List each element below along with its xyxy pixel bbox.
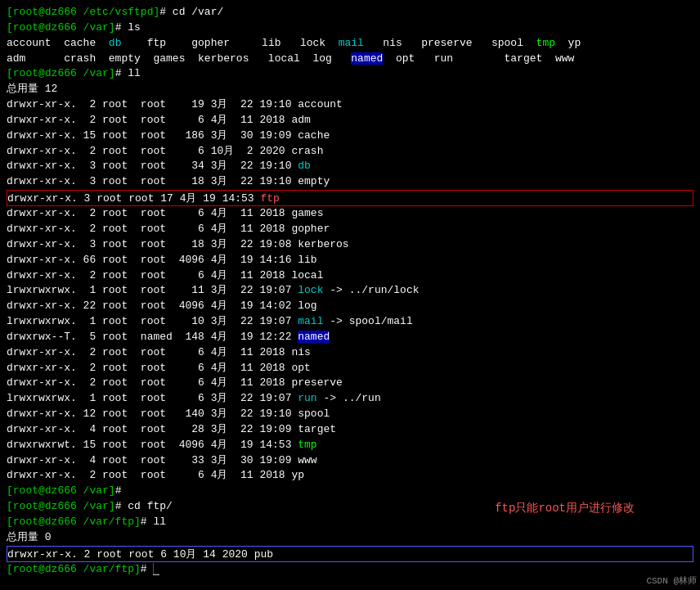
- line-10: drwxr-xr-x. 2 root root 6 10月 2 2020 cra…: [7, 144, 693, 160]
- pub-row: drwxr-xr-x. 2 root root 6 10月 14 2020 pu…: [7, 546, 693, 562]
- line-28: drwxr-xr-x. 4 root root 28 3月 22 19:09 t…: [7, 422, 693, 438]
- line-12: drwxr-xr-x. 3 root root 18 3月 22 19:10 e…: [7, 174, 693, 190]
- ftp-annotation: ftp只能root用户进行修改: [495, 501, 635, 516]
- line-27: drwxr-xr-x. 12 root root 140 3月 22 19:10…: [7, 407, 693, 422]
- watermark: CSDN @林师: [646, 574, 697, 587]
- line-21: lrwxrwxrwx. 1 root root 10 3月 22 19:07 m…: [7, 314, 693, 330]
- line-15: drwxr-xr-x. 2 root root 6 4月 11 2018 gop…: [7, 222, 693, 237]
- line-14: drwxr-xr-x. 2 root root 6 4月 11 2018 gam…: [7, 206, 693, 222]
- line-16: drwxr-xr-x. 3 root root 18 3月 22 19:08 k…: [7, 237, 693, 253]
- terminal-window: [root@dz666 /etc/vsftpd]# cd /var/ [root…: [0, 0, 700, 590]
- line-35: 总用量 0: [7, 530, 693, 546]
- line-7: drwxr-xr-x. 2 root root 19 3月 22 19:10 a…: [7, 97, 693, 113]
- line-8: drwxr-xr-x. 2 root root 6 4月 11 2018 adm: [7, 113, 693, 128]
- line-25: drwxr-xr-x. 2 root root 6 4月 11 2018 pre…: [7, 376, 693, 391]
- line-6: 总用量 12: [7, 82, 693, 97]
- line-4: adm crash empty games kerberos local log…: [7, 52, 693, 67]
- line-23: drwxr-xr-x. 2 root root 6 4月 11 2018 nis: [7, 345, 693, 361]
- line-32: [root@dz666 /var]#: [7, 484, 693, 499]
- line-20: drwxr-xr-x. 22 root root 4096 4月 19 14:0…: [7, 299, 693, 314]
- ftp-row: drwxr-xr-x. 3 root root 17 4月 19 14:53 f…: [7, 190, 693, 206]
- line-22: drwxrwx--T. 5 root named 148 4月 19 12:22…: [7, 330, 693, 345]
- line-9: drwxr-xr-x. 15 root root 186 3月 30 19:09…: [7, 128, 693, 144]
- line-1: [root@dz666 /etc/vsftpd]# cd /var/: [7, 5, 693, 20]
- line-11: drwxr-xr-x. 3 root root 34 3月 22 19:10 d…: [7, 159, 693, 174]
- line-37: [root@dz666 /var/ftp]# █: [7, 562, 693, 578]
- line-5: [root@dz666 /var]# ll: [7, 66, 693, 82]
- line-29: drwxrwxrwt. 15 root root 4096 4月 19 14:5…: [7, 438, 693, 453]
- line-24: drwxr-xr-x. 2 root root 6 4月 11 2018 opt: [7, 361, 693, 376]
- line-3: account cache db ftp gopher lib lock mai…: [7, 36, 693, 52]
- line-31: drwxr-xr-x. 2 root root 6 4月 11 2018 yp: [7, 468, 693, 484]
- line-17: drwxr-xr-x. 66 root root 4096 4月 19 14:1…: [7, 253, 693, 268]
- line-30: drwxr-xr-x. 4 root root 33 3月 30 19:09 w…: [7, 453, 693, 469]
- line-34: [root@dz666 /var/ftp]# ll: [7, 515, 693, 530]
- line-26: lrwxrwxrwx. 1 root root 6 3月 22 19:07 ru…: [7, 391, 693, 407]
- line-19: lrwxrwxrwx. 1 root root 11 3月 22 19:07 l…: [7, 283, 693, 299]
- line-18: drwxr-xr-x. 2 root root 6 4月 11 2018 loc…: [7, 268, 693, 284]
- line-2: [root@dz666 /var]# ls: [7, 20, 693, 36]
